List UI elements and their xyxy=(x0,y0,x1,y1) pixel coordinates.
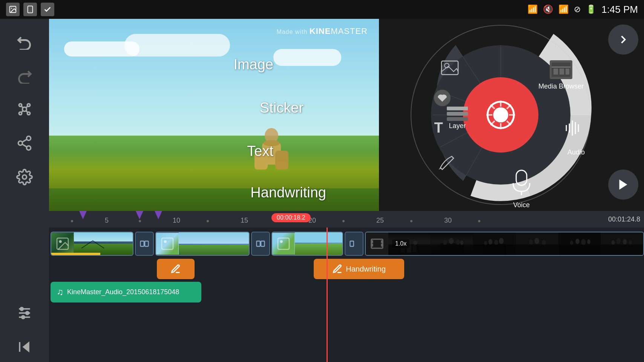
svg-point-65 xyxy=(59,241,61,243)
media-browser-label: Media Browser xyxy=(538,82,584,90)
status-left-icons xyxy=(6,3,54,16)
radial-menu-svg: Media Browser Audio Voice Layer xyxy=(380,23,621,207)
music-note-icon: ♫ xyxy=(57,287,63,297)
transition-2[interactable] xyxy=(251,232,270,256)
svg-line-17 xyxy=(22,139,27,142)
svg-point-1 xyxy=(11,8,12,9)
ruler-5: 5 xyxy=(105,217,109,225)
svg-point-106 xyxy=(617,238,621,244)
svg-rect-87 xyxy=(412,245,416,252)
video-clip-filmstrip[interactable]: 1.0x xyxy=(365,232,644,256)
handwriting-label: Handwriting xyxy=(250,185,326,201)
svg-point-99 xyxy=(535,238,539,244)
svg-rect-69 xyxy=(162,238,173,249)
ruler-30: 30 xyxy=(444,217,452,225)
flowers-layer xyxy=(49,151,379,188)
right-panel: Media Browser Audio Voice Layer xyxy=(380,19,644,211)
svg-point-84 xyxy=(413,241,417,245)
svg-point-70 xyxy=(164,241,166,243)
svg-rect-88 xyxy=(440,243,464,255)
svg-point-91 xyxy=(456,240,460,245)
ruler-15: 15 xyxy=(241,217,248,225)
ruler-dot xyxy=(478,220,480,222)
svg-rect-57 xyxy=(554,69,558,75)
video-clip-2[interactable] xyxy=(155,232,250,256)
layer-icon xyxy=(447,112,468,116)
svg-point-74 xyxy=(280,241,282,243)
svg-point-46 xyxy=(493,107,508,122)
video-clip-1[interactable] xyxy=(51,232,133,256)
cloud-3 xyxy=(273,49,341,66)
svg-point-94 xyxy=(484,241,487,246)
gallery-icon[interactable] xyxy=(6,3,20,16)
svg-point-101 xyxy=(570,241,573,245)
handwriting-label: Handwriting xyxy=(346,265,386,273)
ruler-25: 25 xyxy=(376,217,384,225)
audio-label: Audio xyxy=(567,148,585,156)
audio-clip[interactable]: ♫ KineMaster_Audio_20150618175048 xyxy=(51,282,201,302)
share-button[interactable] xyxy=(9,128,40,158)
marker-in[interactable] xyxy=(136,211,143,219)
svg-point-8 xyxy=(27,112,30,115)
left-sidebar xyxy=(0,19,49,362)
svg-rect-79 xyxy=(382,241,383,243)
clip-thumbnail-1 xyxy=(51,233,74,255)
svg-line-11 xyxy=(22,111,23,112)
svg-point-105 xyxy=(612,240,615,245)
svg-point-96 xyxy=(494,240,498,245)
check-icon[interactable] xyxy=(41,3,54,16)
cloud-2 xyxy=(124,34,230,57)
effects-button[interactable] xyxy=(9,94,40,124)
svg-point-104 xyxy=(587,240,590,244)
marker-start[interactable] xyxy=(79,211,87,219)
rewind-button[interactable] xyxy=(9,332,40,362)
mute-icon: 🔇 xyxy=(543,5,553,14)
ruler-dot xyxy=(207,220,209,222)
svg-rect-58 xyxy=(560,69,564,75)
marker-out[interactable] xyxy=(155,211,162,219)
status-time: 1:45 PM xyxy=(601,4,638,15)
svg-rect-71 xyxy=(257,241,260,246)
transition-1[interactable] xyxy=(135,232,154,256)
svg-point-102 xyxy=(575,239,579,244)
svg-rect-77 xyxy=(371,241,373,243)
video-clip-3[interactable] xyxy=(271,232,343,256)
undo-button[interactable] xyxy=(9,26,40,57)
svg-rect-66 xyxy=(141,241,144,246)
timeline-ruler: 5 10 15 20 25 30 00:00:18.2 00:01:24.8 xyxy=(49,211,644,228)
end-time: 00:01:24.8 xyxy=(608,215,640,223)
svg-point-14 xyxy=(18,141,23,145)
ruler-dot xyxy=(139,220,141,222)
bluetooth-icon: 📶 xyxy=(527,5,538,14)
svg-point-100 xyxy=(542,240,546,245)
redo-button[interactable] xyxy=(9,60,40,90)
svg-point-95 xyxy=(489,239,492,244)
tablet-icon[interactable] xyxy=(23,3,37,16)
svg-rect-59 xyxy=(566,69,569,75)
svg-point-22 xyxy=(20,307,23,310)
ruler-dot xyxy=(71,220,73,222)
svg-point-13 xyxy=(27,136,31,141)
clip-thumbnail-3 xyxy=(272,233,295,255)
svg-point-97 xyxy=(499,238,504,244)
filmstrip-icon xyxy=(366,232,388,255)
settings-button[interactable] xyxy=(9,162,40,192)
transition-3[interactable] xyxy=(345,232,363,256)
clip-thumbnail-2 xyxy=(156,233,179,255)
audio-filename: KineMaster_Audio_20150618175048 xyxy=(67,288,179,296)
clip-progress-bar xyxy=(51,253,100,255)
svg-rect-62 xyxy=(447,117,468,121)
preview-background: Made with KINEMASTER Image Sticker Text … xyxy=(49,19,379,211)
handwriting-btn-icon[interactable] xyxy=(157,259,195,279)
wifi-icon: 📶 xyxy=(558,5,569,14)
svg-point-18 xyxy=(23,175,27,179)
ruler-10: 10 xyxy=(173,217,180,225)
battery-icon: 🔋 xyxy=(586,5,596,14)
image-label: Image xyxy=(233,57,273,73)
handwriting-btn-labeled[interactable]: Handwriting xyxy=(314,259,404,279)
svg-rect-72 xyxy=(261,241,264,246)
voice-label: Voice xyxy=(513,201,530,209)
svg-marker-25 xyxy=(23,341,29,352)
adjust-button[interactable] xyxy=(9,298,40,328)
svg-point-7 xyxy=(19,112,21,115)
